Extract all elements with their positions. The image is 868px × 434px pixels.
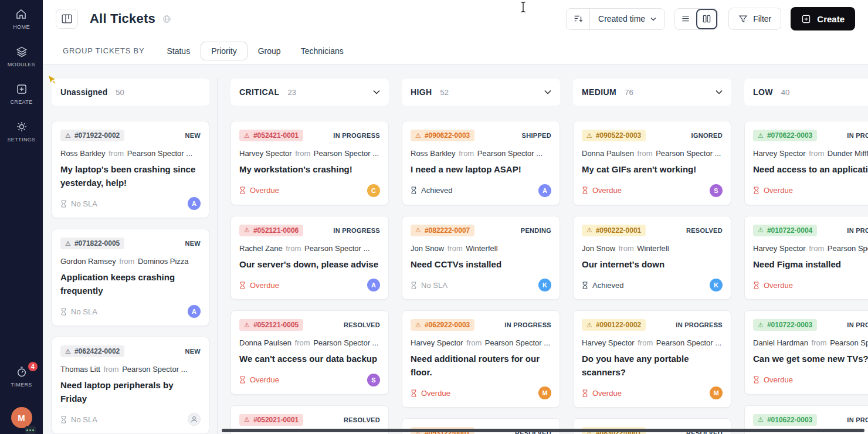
assignee-avatar[interactable]: C: [367, 184, 380, 197]
assignee-avatar[interactable]: M: [538, 386, 551, 399]
column-count: 40: [781, 88, 789, 97]
avatar-letter: A: [371, 282, 376, 289]
sla-label: Overdue: [250, 186, 279, 195]
create-button[interactable]: Create: [791, 7, 855, 30]
requester-name: Donna Paulsen: [239, 338, 291, 347]
column-header[interactable]: MEDIUM 76: [573, 79, 731, 106]
ticket-card[interactable]: ⚠ #062922-0003 IN PROGRESS Harvey Specto…: [402, 310, 560, 408]
sidebar-item-modules[interactable]: MODULES: [8, 46, 35, 67]
card-top-row: ⚠ #090122-0002 IN PROGRESS: [582, 319, 723, 331]
card-bottom-row: Overdue A: [239, 279, 380, 291]
ticket-card[interactable]: ⚠ #052421-0001 IN PROGRESS Harvey Specto…: [230, 121, 389, 205]
ticket-card[interactable]: ⚠ #071922-0002 NEW Ross Barkley from Pea…: [52, 121, 209, 218]
ticket-card[interactable]: ⚠ #090122-0002 IN PROGRESS Harvey Specto…: [573, 310, 731, 408]
ticket-card[interactable]: ⚠ #052121-0005 RESOLVED Donna Paulsen fr…: [230, 310, 389, 395]
from-label: from: [636, 338, 654, 347]
hourglass-icon: [239, 376, 246, 384]
assignee-avatar[interactable]: A: [188, 305, 201, 318]
sla-status: No SLA: [60, 415, 97, 424]
hourglass-icon: [239, 187, 246, 194]
assignee-avatar[interactable]: M: [710, 386, 723, 399]
requester-name: Jon Snow: [582, 244, 615, 253]
ticket-card[interactable]: ⚠ #090522-0003 IGNORED Donna Paulsen fro…: [573, 121, 731, 205]
sidebar-item-create[interactable]: CREATE: [10, 83, 32, 105]
ticket-status: NEW: [185, 348, 201, 355]
from-label: from: [808, 149, 825, 158]
assignee-avatar[interactable]: K: [538, 279, 551, 291]
ticket-card[interactable]: ⚠ #071822-0005 NEW Gordon Ramsey from Do…: [52, 229, 209, 326]
assignee-avatar[interactable]: [188, 413, 201, 426]
ticket-card[interactable]: ⚠ #062422-0002 NEW Thomas Litt from Pear…: [52, 337, 209, 434]
assignee-avatar[interactable]: S: [710, 184, 723, 197]
sla-status: Overdue: [582, 186, 622, 195]
chevron-down-icon[interactable]: [544, 90, 551, 94]
assignee-avatar[interactable]: K: [710, 279, 723, 291]
hourglass-icon: [582, 282, 588, 289]
ticket-id-badge: ⚠ #062422-0002: [60, 345, 124, 357]
ticket-id: #010722-0003: [767, 321, 812, 329]
ticket-card[interactable]: ⚠ #010722-0003 IN PROGRESS Daniel Hardma…: [744, 310, 868, 395]
chevron-down-icon[interactable]: [716, 90, 723, 94]
ticket-id-badge: ⚠ #010622-0003: [753, 414, 817, 426]
column-header[interactable]: Unassigned 50: [52, 79, 209, 106]
ticket-id-badge: ⚠ #052121-0006: [239, 225, 303, 236]
ticket-card[interactable]: ⚠ #052121-0006 IN PROGRESS Rachel Zane f…: [230, 216, 389, 300]
requester-name: Harvey Spector: [753, 149, 806, 158]
tab-priority[interactable]: Priority: [201, 42, 247, 60]
ticket-id: #082222-0007: [425, 226, 470, 235]
incident-icon: ⚠: [415, 226, 421, 234]
ticket-status: PENDING: [521, 227, 551, 234]
ticket-status: IN PROGRESS: [676, 321, 723, 328]
column-header[interactable]: CRITICAL 23: [230, 79, 389, 106]
company-name: Pearson Spector ...: [127, 149, 192, 158]
list-view-button[interactable]: [675, 9, 696, 29]
card-top-row: ⚠ #052021-0001 RESOLVED: [239, 414, 380, 426]
views-menu-button[interactable]: [56, 9, 78, 29]
sla-status: Overdue: [753, 375, 793, 384]
tab-status[interactable]: Status: [165, 42, 191, 60]
board-view-icon: [702, 14, 711, 23]
avatar-letter: M: [713, 389, 718, 396]
assignee-avatar[interactable]: A: [188, 197, 201, 210]
ticket-card[interactable]: ⚠ #070622-0003 IN PROGRESS Harvey Specto…: [744, 121, 868, 205]
horizontal-scrollbar[interactable]: [222, 429, 864, 432]
hourglass-icon: [60, 308, 67, 316]
ticket-card[interactable]: ⚠ #010722-0004 IN PROGRESS Harvey Specto…: [744, 216, 868, 300]
ticket-subject: My workstation's crashing!: [239, 163, 380, 177]
ticket-card[interactable]: ⚠ #090222-0001 RESOLVED Jon Snow from Wi…: [573, 216, 731, 300]
board-view-button[interactable]: [696, 9, 717, 29]
sla-label: Overdue: [764, 375, 793, 384]
ticket-subject: Need laptop peripherals by Friday: [60, 379, 201, 405]
ticket-id: #010622-0003: [767, 416, 812, 424]
sidebar-item-home[interactable]: HOME: [13, 8, 30, 30]
hourglass-icon: [753, 376, 760, 384]
assignee-avatar[interactable]: S: [367, 374, 380, 386]
user-avatar[interactable]: M: [11, 407, 32, 428]
card-top-row: ⚠ #090222-0001 RESOLVED: [582, 225, 723, 236]
incident-icon: ⚠: [244, 226, 250, 234]
tab-group[interactable]: Group: [257, 42, 282, 60]
sidebar-item-settings[interactable]: SETTINGS: [7, 121, 35, 143]
assignee-avatar[interactable]: A: [367, 279, 380, 291]
ticket-card[interactable]: ⚠ #082222-0007 PENDING Jon Snow from Win…: [402, 216, 560, 300]
sidebar-item-label: HOME: [13, 24, 30, 30]
company-name: Pearson Spector ...: [830, 338, 868, 347]
column-header[interactable]: LOW 40: [744, 79, 868, 106]
requester-name: Thomas Litt: [60, 365, 100, 374]
column-header[interactable]: HIGH 52: [402, 79, 560, 106]
timers-count-badge: 4: [28, 362, 38, 371]
ticket-card[interactable]: ⚠ #090622-0003 SHIPPED Ross Barkley from…: [402, 121, 560, 205]
tab-technicians[interactable]: Technicians: [300, 42, 345, 60]
sort-direction-button[interactable]: [567, 9, 590, 29]
hourglass-icon: [753, 282, 760, 289]
filter-button[interactable]: Filter: [728, 8, 781, 30]
assignee-avatar[interactable]: A: [538, 184, 551, 197]
sidebar-item-timers[interactable]: 4 TIMERS: [11, 366, 32, 388]
chevron-down-icon[interactable]: [373, 90, 380, 94]
card-bottom-row: Overdue M: [411, 386, 551, 399]
avatar-letter: M: [542, 389, 547, 396]
settings-icon: [16, 121, 28, 133]
requester-line: Harvey Spector from Pearson Spector ...: [582, 338, 723, 347]
sidebar: HOME MODULES CREATE SETTINGS 4 TIMERS M: [0, 0, 43, 434]
sort-field-dropdown[interactable]: Created time: [590, 14, 664, 23]
